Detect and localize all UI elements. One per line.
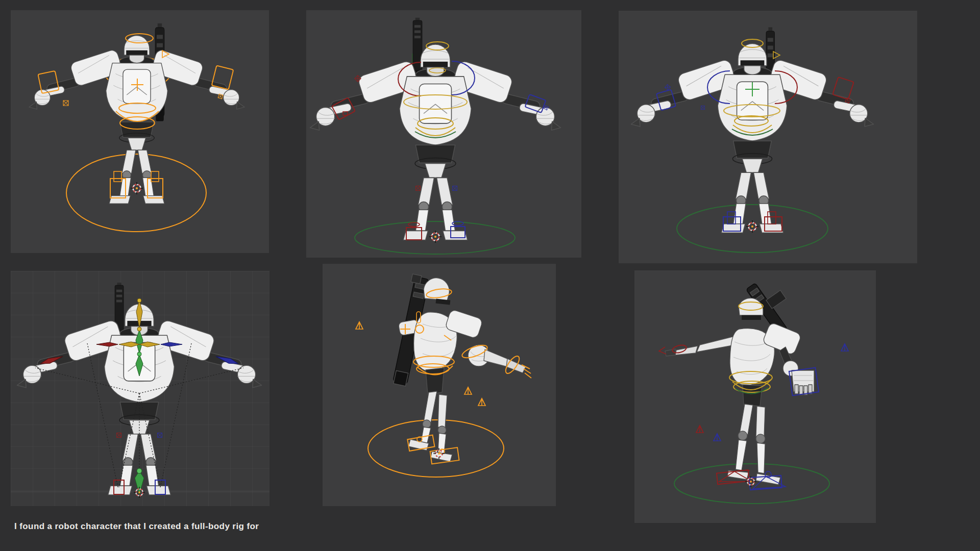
viewport-render-threequarter-unselected bbox=[634, 270, 876, 523]
3d-cursor bbox=[746, 220, 758, 233]
viewport-panel-5 bbox=[323, 264, 556, 506]
portfolio-collage: I found a robot character that I created… bbox=[0, 0, 980, 551]
viewport-render-threequarter-selected bbox=[323, 264, 556, 506]
caption-text: I found a robot character that I created… bbox=[14, 521, 259, 532]
robot-threequarter bbox=[389, 274, 526, 462]
viewport-render-rear-selected bbox=[11, 10, 269, 253]
viewport-panel-1 bbox=[11, 10, 269, 253]
3d-cursor bbox=[131, 182, 143, 194]
viewport-render-front-unselected bbox=[306, 10, 581, 258]
viewport-panel-2 bbox=[306, 10, 581, 258]
viewport-panel-4 bbox=[11, 271, 270, 506]
3d-cursor bbox=[429, 231, 442, 243]
viewport-panel-6 bbox=[634, 270, 876, 523]
viewport-render-rear-unselected bbox=[619, 11, 917, 263]
viewport-render-ortho-bones bbox=[11, 271, 270, 506]
viewport-panel-3 bbox=[619, 11, 917, 263]
robot-threequarter-front bbox=[665, 273, 814, 485]
